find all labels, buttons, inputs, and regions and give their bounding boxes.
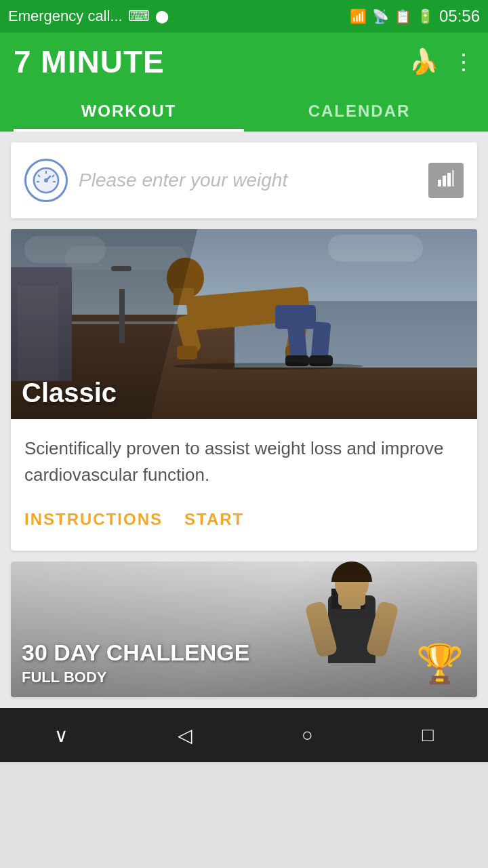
svg-rect-10 <box>443 176 446 186</box>
app-title: 7 MINUTE <box>14 43 165 80</box>
workout-title-overlay: Classic <box>22 378 117 408</box>
instructions-button[interactable]: INSTRUCTIONS <box>24 505 163 534</box>
workout-info: Scientifically proven to assist weight l… <box>11 419 477 551</box>
nav-back-icon[interactable]: ◁ <box>161 719 209 752</box>
nfc-icon: 📋 <box>394 8 411 24</box>
trophy-icon: 🏆 <box>416 642 464 686</box>
challenge-info: 30 DAY CHALLENGE FULL BODY <box>22 639 249 686</box>
svg-rect-12 <box>452 170 454 186</box>
emergency-text: Emergency call... <box>8 7 123 25</box>
nav-recent-icon[interactable]: □ <box>406 719 450 751</box>
classic-workout-card: Classic Scientifically proven to assist … <box>11 229 477 551</box>
more-menu-icon[interactable]: ⋮ <box>453 49 474 75</box>
status-time: 05:56 <box>439 7 480 26</box>
chart-button[interactable] <box>428 163 464 198</box>
workout-description: Scientifically proven to assist weight l… <box>24 435 464 488</box>
banana-icon: 🍌 <box>409 47 439 76</box>
nav-home-icon[interactable]: ○ <box>285 719 329 751</box>
nav-expand-icon[interactable]: ∨ <box>38 719 85 752</box>
workout-image: Classic <box>11 229 477 419</box>
workout-actions: INSTRUCTIONS START <box>24 505 464 534</box>
weight-scale-icon <box>24 159 68 202</box>
tab-calendar[interactable]: CALENDAR <box>244 91 474 132</box>
weight-card: Please enter your weight <box>11 142 477 218</box>
chrome-icon: ⬤ <box>155 9 169 24</box>
main-content: Please enter your weight <box>0 132 488 708</box>
tab-workout[interactable]: WORKOUT <box>14 91 244 132</box>
tab-bar: WORKOUT CALENDAR <box>14 91 474 132</box>
wifi-icon: 📡 <box>372 8 389 24</box>
keyboard-icon: ⌨ <box>128 7 150 25</box>
challenge-title: 30 DAY CHALLENGE <box>22 639 249 666</box>
battery-icon: 🔋 <box>417 8 434 24</box>
sim-icon: 📶 <box>350 8 367 24</box>
weight-placeholder[interactable]: Please enter your weight <box>79 170 418 191</box>
svg-rect-9 <box>438 180 441 186</box>
svg-rect-11 <box>447 173 451 186</box>
status-bar: Emergency call... ⌨ ⬤ 📶 📡 📋 🔋 05:56 <box>0 0 488 33</box>
start-button[interactable]: START <box>184 505 244 534</box>
chart-icon <box>436 169 455 193</box>
challenge-subtitle: FULL BODY <box>22 669 249 686</box>
svg-point-8 <box>44 178 48 182</box>
app-header: 7 MINUTE 🍌 ⋮ WORKOUT CALENDAR <box>0 33 488 132</box>
bottom-nav: ∨ ◁ ○ □ <box>0 708 488 762</box>
challenge-card[interactable]: 30 DAY CHALLENGE FULL BODY 🏆 <box>11 561 477 697</box>
